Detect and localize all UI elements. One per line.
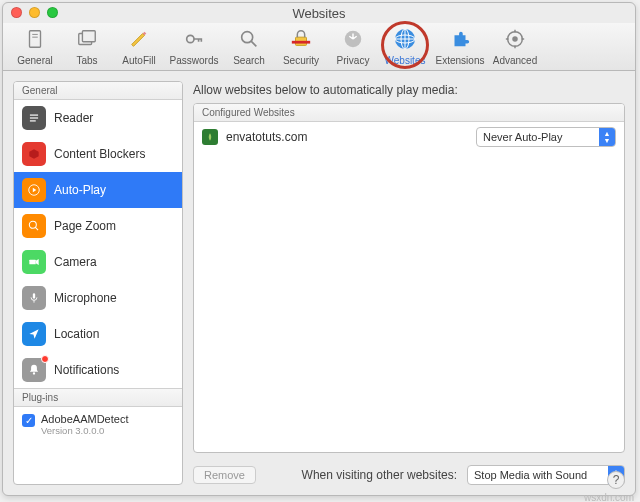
sidebar: General Reader Content Blockers Auto-Pla… [13,81,183,485]
svg-rect-23 [30,117,38,118]
plugin-name: AdobeAAMDetect [41,413,128,425]
sidebar-label: Notifications [54,363,119,377]
policy-value: Never Auto-Play [477,131,599,143]
configured-websites-list: Configured Websites envatotuts.com Never… [193,103,625,453]
sidebar-label: Page Zoom [54,219,116,233]
main-panel: Allow websites below to automatically pl… [193,81,625,485]
toolbar-search[interactable]: Search [223,25,275,66]
sidebar-item-auto-play[interactable]: Auto-Play [14,172,182,208]
toolbar-autofill[interactable]: AutoFill [113,25,165,66]
content-area: General Reader Content Blockers Auto-Pla… [3,71,635,495]
play-icon [22,178,46,202]
toolbar-security[interactable]: Security [275,25,327,66]
sidebar-item-reader[interactable]: Reader [14,100,182,136]
toolbar-label: Extensions [436,55,485,66]
svg-rect-9 [292,41,310,44]
autofill-icon [125,25,153,53]
toolbar-extensions[interactable]: Extensions [431,25,489,66]
sidebar-label: Content Blockers [54,147,145,161]
svg-rect-0 [30,31,41,48]
other-websites-value: Stop Media with Sound [468,469,608,481]
policy-select[interactable]: Never Auto-Play ▲▼ [476,127,616,147]
site-name: envatotuts.com [226,130,468,144]
help-button[interactable]: ? [607,471,625,489]
sidebar-item-content-blockers[interactable]: Content Blockers [14,136,182,172]
site-favicon [202,129,218,145]
notification-badge [41,355,49,363]
select-arrows-icon: ▲▼ [599,128,615,146]
plugin-checkbox[interactable]: ✓ [22,414,35,427]
svg-rect-4 [82,31,95,42]
toolbar-label: AutoFill [122,55,155,66]
sidebar-item-page-zoom[interactable]: Page Zoom [14,208,182,244]
block-icon [22,142,46,166]
advanced-icon [501,25,529,53]
camera-icon [22,250,46,274]
toolbar-label: Passwords [170,55,219,66]
notifications-icon [22,358,46,382]
svg-rect-30 [29,260,35,265]
toolbar-passwords[interactable]: Passwords [165,25,223,66]
close-button[interactable] [11,7,22,18]
extensions-icon [446,25,474,53]
list-header: Configured Websites [194,104,624,122]
main-heading: Allow websites below to automatically pl… [193,83,625,97]
svg-marker-31 [36,259,39,265]
toolbar-general[interactable]: General [9,25,61,66]
titlebar: Websites [3,3,635,23]
window-controls [11,7,58,18]
tabs-icon [73,25,101,53]
general-icon [21,25,49,53]
toolbar-tabs[interactable]: Tabs [61,25,113,66]
website-row[interactable]: envatotuts.com Never Auto-Play ▲▼ [194,122,624,152]
sidebar-section-plugins: Plug-ins [14,388,182,407]
toolbar-websites[interactable]: Websites [379,25,431,66]
toolbar-label: Tabs [76,55,97,66]
sidebar-item-microphone[interactable]: Microphone [14,280,182,316]
preferences-toolbar: General Tabs AutoFill Passwords Search S… [3,23,635,71]
toolbar-label: Privacy [337,55,370,66]
svg-marker-25 [29,149,38,158]
other-websites-label: When visiting other websites: [302,468,457,482]
minimize-button[interactable] [29,7,40,18]
window-title: Websites [11,6,627,21]
svg-point-5 [187,35,194,42]
toolbar-privacy[interactable]: Privacy [327,25,379,66]
sidebar-item-location[interactable]: Location [14,316,182,352]
sidebar-section-general: General [14,82,182,100]
svg-rect-24 [30,120,36,121]
reader-icon [22,106,46,130]
plugin-item[interactable]: ✓ AdobeAAMDetect Version 3.0.0.0 [14,407,182,442]
watermark: wsxdn.com [584,492,634,502]
svg-line-29 [35,227,38,230]
toolbar-label: Security [283,55,319,66]
svg-line-7 [251,41,257,47]
svg-rect-32 [33,293,35,298]
svg-rect-22 [30,115,38,116]
websites-icon [391,25,419,53]
toolbar-advanced[interactable]: Advanced [489,25,541,66]
bottom-bar: Remove When visiting other websites: Sto… [193,461,625,485]
toolbar-label: General [17,55,53,66]
sidebar-item-notifications[interactable]: Notifications [14,352,182,388]
other-websites-select[interactable]: Stop Media with Sound ▲▼ [467,465,625,485]
sidebar-label: Location [54,327,99,341]
remove-button[interactable]: Remove [193,466,256,484]
zoom-icon [22,214,46,238]
passwords-icon [180,25,208,53]
sidebar-label: Reader [54,111,93,125]
svg-point-17 [512,36,518,42]
plugin-version: Version 3.0.0.0 [41,425,128,436]
toolbar-label: Advanced [493,55,537,66]
security-icon [287,25,315,53]
sidebar-label: Camera [54,255,97,269]
privacy-icon [339,25,367,53]
svg-point-34 [33,372,35,374]
preferences-window: Websites General Tabs AutoFill Passwords… [2,2,636,496]
zoom-button[interactable] [47,7,58,18]
toolbar-label: Search [233,55,265,66]
sidebar-item-camera[interactable]: Camera [14,244,182,280]
search-icon [235,25,263,53]
sidebar-label: Auto-Play [54,183,106,197]
svg-marker-27 [33,188,37,193]
